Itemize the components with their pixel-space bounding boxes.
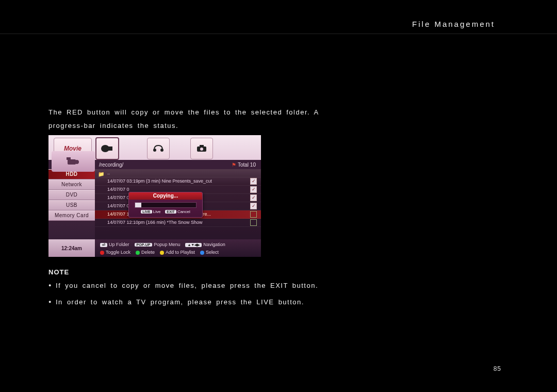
intro-paragraph: The RED button will copy or move the fil… <box>48 106 348 133</box>
movie-category-icon[interactable] <box>95 137 119 160</box>
clock: 12:24am <box>48 239 95 257</box>
svg-rect-6 <box>200 145 204 147</box>
row-checkbox[interactable] <box>250 211 257 218</box>
row-checkbox[interactable]: ✓ <box>250 186 257 193</box>
current-path: /recording/ <box>99 162 123 168</box>
file-row-label: 14/07/07 03:19pm (3 min) Nine Presents_s… <box>107 178 212 184</box>
file-row[interactable]: 14/07/07 12:10pm (166 min) *The Snow Sho… <box>95 219 261 227</box>
file-row-label: 14/07/07 0 <box>107 203 129 208</box>
svg-point-0 <box>101 145 109 152</box>
row-checkbox[interactable]: ✓ <box>250 203 257 209</box>
svg-rect-9 <box>67 157 71 160</box>
note-bullet: If you cancel to copy or move files, ple… <box>48 279 348 292</box>
svg-rect-7 <box>68 159 76 165</box>
hint-toggle-lock: Toggle Lock <box>100 250 130 255</box>
svg-point-3 <box>160 149 163 152</box>
parent-folder-row[interactable]: 📁.. <box>95 169 261 177</box>
source-sidebar: HDDNetworkDVDUSBMemory Card <box>48 169 95 221</box>
file-row-label: 14/07/07 12:10pm (166 min) *The Snow Sho… <box>107 220 203 225</box>
screenshot-file-manager: Movie /recording/ ⚑Total 10 HDDNetworkDV… <box>48 135 261 257</box>
music-category-icon[interactable] <box>147 138 170 159</box>
live-key[interactable]: LIVE <box>141 210 152 214</box>
note-bullet: In order to watch a TV program, please p… <box>48 296 348 309</box>
flag-icon: ⚑ <box>232 162 236 168</box>
exit-key[interactable]: EXIT <box>165 210 176 214</box>
total-count: ⚑Total 10 <box>232 162 256 168</box>
file-row-label: 14/07/07 0 <box>107 195 129 200</box>
svg-rect-1 <box>108 146 112 151</box>
path-bar: /recording/ ⚑Total 10 <box>48 160 261 169</box>
svg-point-5 <box>200 148 203 151</box>
row-checkbox[interactable] <box>250 219 257 226</box>
camcorder-icon <box>52 151 95 172</box>
sidebar-item-network[interactable]: Network <box>48 179 95 190</box>
page-header: File Management <box>0 0 557 34</box>
row-checkbox[interactable]: ✓ <box>250 194 257 201</box>
progress-bar <box>135 202 196 208</box>
svg-point-2 <box>153 149 156 152</box>
sidebar-item-usb[interactable]: USB <box>48 200 95 210</box>
page-title: File Management <box>412 20 495 28</box>
footer-hints: 12:24am ⏎Up FolderPOP-UPPopup Menu▲▼◀▶Na… <box>48 239 261 257</box>
sidebar-item-dvd[interactable]: DVD <box>48 190 95 200</box>
file-row[interactable]: 14/07/07 03:19pm (3 min) Nine Presents_s… <box>95 177 261 186</box>
copy-dialog: Copying... LIVELive EXITCancel <box>128 192 203 218</box>
hint-popup-menu: POP-UPPopup Menu <box>135 242 181 247</box>
note-list: If you cancel to copy or move files, ple… <box>48 276 348 309</box>
svg-point-8 <box>75 160 79 164</box>
hint-select: Select <box>200 250 219 255</box>
dialog-buttons: LIVELive EXITCancel <box>129 209 202 214</box>
folder-icon: 📁 <box>98 170 104 177</box>
hint-add-to-playlist: Add to Playlist <box>160 250 195 255</box>
hint-navigation: ▲▼◀▶Navigation <box>185 242 225 247</box>
row-checkbox[interactable]: ✓ <box>250 178 257 185</box>
file-row-label: 14/07/07 0 <box>107 187 129 192</box>
file-row-label: .. <box>107 170 110 175</box>
hint-up-folder: ⏎Up Folder <box>100 242 129 247</box>
page-number: 85 <box>494 365 501 372</box>
photo-category-icon[interactable] <box>190 138 213 159</box>
dialog-title: Copying... <box>129 192 202 200</box>
sidebar-item-memory-card[interactable]: Memory Card <box>48 210 95 221</box>
hint-delete: Delete <box>136 250 155 255</box>
